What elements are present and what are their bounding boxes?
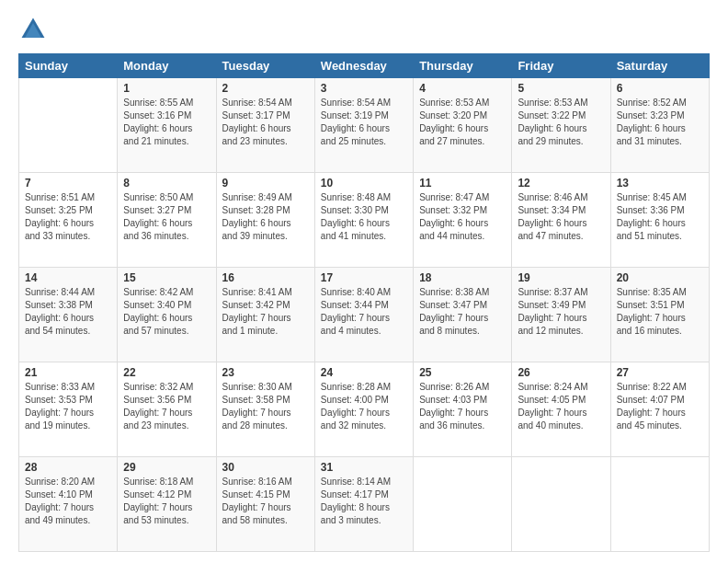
cell-content: Sunrise: 8:22 AM Sunset: 4:07 PM Dayligh… bbox=[617, 381, 703, 432]
calendar-cell: 31Sunrise: 8:14 AM Sunset: 4:17 PM Dayli… bbox=[314, 457, 413, 552]
calendar-cell: 26Sunrise: 8:24 AM Sunset: 4:05 PM Dayli… bbox=[512, 362, 610, 457]
cell-content: Sunrise: 8:38 AM Sunset: 3:47 PM Dayligh… bbox=[419, 286, 506, 338]
cell-content: Sunrise: 8:32 AM Sunset: 3:56 PM Dayligh… bbox=[123, 381, 210, 432]
cell-content: Sunrise: 8:18 AM Sunset: 4:12 PM Dayligh… bbox=[123, 476, 210, 527]
calendar-cell: 20Sunrise: 8:35 AM Sunset: 3:51 PM Dayli… bbox=[610, 268, 709, 362]
header bbox=[18, 15, 710, 44]
calendar-cell: 22Sunrise: 8:32 AM Sunset: 3:56 PM Dayli… bbox=[118, 362, 216, 457]
calendar-cell: 10Sunrise: 8:48 AM Sunset: 3:30 PM Dayli… bbox=[314, 173, 413, 268]
day-number: 27 bbox=[617, 366, 703, 379]
logo bbox=[18, 15, 51, 44]
cell-content: Sunrise: 8:24 AM Sunset: 4:05 PM Dayligh… bbox=[518, 381, 604, 432]
calendar-cell: 3Sunrise: 8:54 AM Sunset: 3:19 PM Daylig… bbox=[314, 78, 413, 173]
calendar-cell: 17Sunrise: 8:40 AM Sunset: 3:44 PM Dayli… bbox=[314, 268, 413, 362]
calendar-row: 28Sunrise: 8:20 AM Sunset: 4:10 PM Dayli… bbox=[19, 457, 710, 552]
calendar-row: 1Sunrise: 8:55 AM Sunset: 3:16 PM Daylig… bbox=[19, 78, 710, 173]
calendar-cell: 23Sunrise: 8:30 AM Sunset: 3:58 PM Dayli… bbox=[216, 362, 314, 457]
cell-content: Sunrise: 8:47 AM Sunset: 3:32 PM Dayligh… bbox=[419, 191, 506, 243]
calendar-cell: 16Sunrise: 8:41 AM Sunset: 3:42 PM Dayli… bbox=[216, 268, 314, 362]
day-number: 31 bbox=[321, 461, 407, 474]
column-header-sunday: Sunday bbox=[19, 54, 118, 78]
calendar-cell: 27Sunrise: 8:22 AM Sunset: 4:07 PM Dayli… bbox=[610, 362, 709, 457]
calendar-cell: 15Sunrise: 8:42 AM Sunset: 3:40 PM Dayli… bbox=[118, 268, 216, 362]
calendar-row: 14Sunrise: 8:44 AM Sunset: 3:38 PM Dayli… bbox=[19, 268, 710, 362]
cell-content: Sunrise: 8:50 AM Sunset: 3:27 PM Dayligh… bbox=[123, 191, 210, 243]
day-number: 20 bbox=[617, 271, 703, 284]
cell-content: Sunrise: 8:52 AM Sunset: 3:23 PM Dayligh… bbox=[617, 97, 703, 148]
calendar-cell bbox=[19, 78, 118, 173]
calendar-cell: 1Sunrise: 8:55 AM Sunset: 3:16 PM Daylig… bbox=[118, 78, 216, 173]
calendar-table: SundayMondayTuesdayWednesdayThursdayFrid… bbox=[18, 53, 710, 552]
cell-content: Sunrise: 8:48 AM Sunset: 3:30 PM Dayligh… bbox=[321, 191, 407, 243]
day-number: 2 bbox=[222, 82, 309, 95]
day-number: 26 bbox=[518, 366, 604, 379]
calendar-cell: 7Sunrise: 8:51 AM Sunset: 3:25 PM Daylig… bbox=[19, 173, 118, 268]
cell-content: Sunrise: 8:53 AM Sunset: 3:22 PM Dayligh… bbox=[518, 97, 604, 148]
day-number: 22 bbox=[123, 366, 210, 379]
column-header-tuesday: Tuesday bbox=[216, 54, 314, 78]
day-number: 6 bbox=[617, 82, 703, 95]
page: SundayMondayTuesdayWednesdayThursdayFrid… bbox=[0, 0, 728, 563]
day-number: 14 bbox=[25, 271, 111, 284]
calendar-cell bbox=[512, 457, 610, 552]
calendar-cell: 24Sunrise: 8:28 AM Sunset: 4:00 PM Dayli… bbox=[314, 362, 413, 457]
day-number: 29 bbox=[123, 461, 210, 474]
calendar-cell: 30Sunrise: 8:16 AM Sunset: 4:15 PM Dayli… bbox=[216, 457, 314, 552]
day-number: 5 bbox=[518, 82, 604, 95]
calendar-cell: 12Sunrise: 8:46 AM Sunset: 3:34 PM Dayli… bbox=[512, 173, 610, 268]
calendar-cell: 14Sunrise: 8:44 AM Sunset: 3:38 PM Dayli… bbox=[19, 268, 118, 362]
day-number: 9 bbox=[222, 177, 309, 190]
cell-content: Sunrise: 8:41 AM Sunset: 3:42 PM Dayligh… bbox=[222, 286, 309, 338]
calendar-cell bbox=[610, 457, 709, 552]
day-number: 24 bbox=[321, 366, 407, 379]
day-number: 12 bbox=[518, 177, 604, 190]
day-number: 21 bbox=[25, 366, 111, 379]
cell-content: Sunrise: 8:40 AM Sunset: 3:44 PM Dayligh… bbox=[321, 286, 407, 338]
day-number: 23 bbox=[222, 366, 309, 379]
day-number: 4 bbox=[419, 82, 506, 95]
column-header-friday: Friday bbox=[512, 54, 610, 78]
day-number: 17 bbox=[321, 271, 407, 284]
day-number: 7 bbox=[25, 177, 111, 190]
calendar-cell: 11Sunrise: 8:47 AM Sunset: 3:32 PM Dayli… bbox=[414, 173, 512, 268]
cell-content: Sunrise: 8:54 AM Sunset: 3:19 PM Dayligh… bbox=[321, 97, 407, 148]
calendar-cell: 9Sunrise: 8:49 AM Sunset: 3:28 PM Daylig… bbox=[216, 173, 314, 268]
calendar-cell: 18Sunrise: 8:38 AM Sunset: 3:47 PM Dayli… bbox=[414, 268, 512, 362]
day-number: 16 bbox=[222, 271, 309, 284]
cell-content: Sunrise: 8:55 AM Sunset: 3:16 PM Dayligh… bbox=[123, 97, 210, 148]
day-number: 11 bbox=[419, 177, 506, 190]
cell-content: Sunrise: 8:28 AM Sunset: 4:00 PM Dayligh… bbox=[321, 381, 407, 432]
cell-content: Sunrise: 8:14 AM Sunset: 4:17 PM Dayligh… bbox=[321, 476, 407, 527]
calendar-cell: 6Sunrise: 8:52 AM Sunset: 3:23 PM Daylig… bbox=[610, 78, 709, 173]
cell-content: Sunrise: 8:30 AM Sunset: 3:58 PM Dayligh… bbox=[222, 381, 309, 432]
calendar-cell: 25Sunrise: 8:26 AM Sunset: 4:03 PM Dayli… bbox=[414, 362, 512, 457]
cell-content: Sunrise: 8:44 AM Sunset: 3:38 PM Dayligh… bbox=[25, 286, 111, 338]
cell-content: Sunrise: 8:37 AM Sunset: 3:49 PM Dayligh… bbox=[518, 286, 604, 338]
column-header-thursday: Thursday bbox=[414, 54, 512, 78]
cell-content: Sunrise: 8:46 AM Sunset: 3:34 PM Dayligh… bbox=[518, 191, 604, 243]
header-row: SundayMondayTuesdayWednesdayThursdayFrid… bbox=[19, 54, 710, 78]
day-number: 1 bbox=[123, 82, 210, 95]
cell-content: Sunrise: 8:35 AM Sunset: 3:51 PM Dayligh… bbox=[617, 286, 703, 338]
day-number: 18 bbox=[419, 271, 506, 284]
calendar-cell: 4Sunrise: 8:53 AM Sunset: 3:20 PM Daylig… bbox=[414, 78, 512, 173]
day-number: 30 bbox=[222, 461, 309, 474]
day-number: 15 bbox=[123, 271, 210, 284]
cell-content: Sunrise: 8:42 AM Sunset: 3:40 PM Dayligh… bbox=[123, 286, 210, 338]
calendar-cell: 28Sunrise: 8:20 AM Sunset: 4:10 PM Dayli… bbox=[19, 457, 118, 552]
calendar-cell: 5Sunrise: 8:53 AM Sunset: 3:22 PM Daylig… bbox=[512, 78, 610, 173]
calendar-row: 7Sunrise: 8:51 AM Sunset: 3:25 PM Daylig… bbox=[19, 173, 710, 268]
calendar-cell: 21Sunrise: 8:33 AM Sunset: 3:53 PM Dayli… bbox=[19, 362, 118, 457]
cell-content: Sunrise: 8:33 AM Sunset: 3:53 PM Dayligh… bbox=[25, 381, 111, 432]
cell-content: Sunrise: 8:54 AM Sunset: 3:17 PM Dayligh… bbox=[222, 97, 309, 148]
day-number: 10 bbox=[321, 177, 407, 190]
day-number: 28 bbox=[25, 461, 111, 474]
day-number: 25 bbox=[419, 366, 506, 379]
day-number: 19 bbox=[518, 271, 604, 284]
logo-icon bbox=[18, 15, 48, 44]
cell-content: Sunrise: 8:53 AM Sunset: 3:20 PM Dayligh… bbox=[419, 97, 506, 148]
cell-content: Sunrise: 8:26 AM Sunset: 4:03 PM Dayligh… bbox=[419, 381, 506, 432]
calendar-cell: 2Sunrise: 8:54 AM Sunset: 3:17 PM Daylig… bbox=[216, 78, 314, 173]
calendar-row: 21Sunrise: 8:33 AM Sunset: 3:53 PM Dayli… bbox=[19, 362, 710, 457]
column-header-saturday: Saturday bbox=[610, 54, 709, 78]
